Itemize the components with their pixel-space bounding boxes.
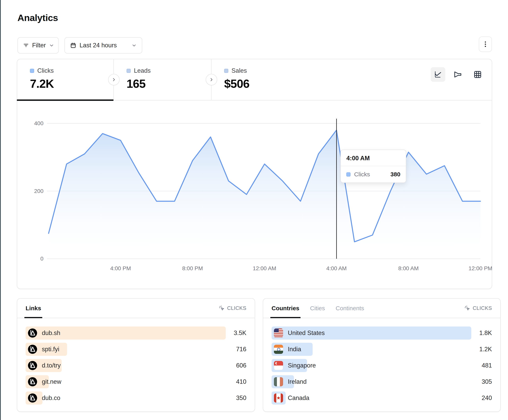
clicks-legend-swatch <box>346 172 351 176</box>
stat-label: Sales <box>232 67 247 74</box>
left-edge-divider <box>0 0 1 420</box>
chart-cursor-line <box>336 119 337 259</box>
x-tick-label: 4:00 PM <box>110 265 131 272</box>
chevron-down-icon <box>132 43 137 48</box>
link-row[interactable]: spti.fyi716 <box>26 343 246 356</box>
country-bar-track: Canada <box>272 391 471 405</box>
link-row[interactable]: dub.sh3.5K <box>26 326 246 340</box>
country-value: 1.2K <box>474 346 492 353</box>
link-label: spti.fyi <box>42 346 59 353</box>
page-title: Analytics <box>17 12 58 23</box>
link-label: d.to/try <box>42 362 61 369</box>
links-metric-label: CLICKS <box>227 305 246 311</box>
chevron-down-icon <box>49 43 54 48</box>
countries-metric-label: CLICKS <box>473 305 492 311</box>
tab-continents[interactable]: Continents <box>336 298 364 318</box>
countries-metric-selector[interactable]: CLICKS <box>464 305 492 311</box>
stats-tabs: Clicks7.2KLeads165Sales$506 <box>17 59 492 100</box>
y-tick-label: 200 <box>21 188 44 194</box>
chart-plot-area[interactable]: 0200400 4:00 PM8:00 PM12:00 AM4:00 AM8:0… <box>17 101 492 289</box>
flag-in-icon <box>274 345 283 354</box>
link-label: git.new <box>42 378 61 385</box>
country-bar-track: United States <box>272 326 471 340</box>
links-panel-header: Links CLICKS <box>17 298 255 318</box>
kebab-icon <box>482 41 488 48</box>
expand-sales-button[interactable] <box>206 74 217 85</box>
tab-links[interactable]: Links <box>26 298 41 318</box>
country-bar-track: India <box>272 343 471 356</box>
link-row[interactable]: git.new410 <box>26 375 246 388</box>
calendar-icon <box>70 42 76 49</box>
countries-panel: CountriesCitiesContinents CLICKS United … <box>263 298 501 412</box>
funnel-icon <box>454 70 462 79</box>
analytics-chart-card: Clicks7.2KLeads165Sales$506 <box>17 59 492 289</box>
line-chart-icon <box>434 70 442 79</box>
link-row[interactable]: d.to/try606 <box>26 359 246 372</box>
country-label: Ireland <box>288 378 307 385</box>
more-options-button[interactable] <box>479 36 492 52</box>
country-label: Canada <box>288 394 309 402</box>
country-label: United States <box>288 329 325 337</box>
dub-logo-icon <box>28 377 37 386</box>
flag-ie-icon <box>274 377 283 386</box>
link-value: 606 <box>229 362 246 369</box>
stats-header: Clicks7.2KLeads165Sales$506 <box>17 59 492 101</box>
stat-value: 7.2K <box>30 77 113 91</box>
link-bar-track: dub.co <box>26 391 226 405</box>
country-row[interactable]: Singapore481 <box>272 359 492 372</box>
x-tick-label: 8:00 PM <box>182 265 203 272</box>
expand-leads-button[interactable] <box>108 74 120 85</box>
tab-countries[interactable]: Countries <box>272 298 299 318</box>
stat-value: 165 <box>127 77 211 91</box>
stat-tab-clicks[interactable]: Clicks7.2K <box>17 59 114 100</box>
filter-button[interactable]: Filter <box>17 37 59 53</box>
leads-swatch <box>127 69 131 73</box>
x-tick-label: 4:00 AM <box>326 265 347 272</box>
tooltip-value: 380 <box>390 171 400 178</box>
analytics-page: Analytics Filter Last 24 hours Clicks7.2 <box>0 0 508 420</box>
flag-sg-icon <box>274 361 283 370</box>
countries-list: United States1.8KIndia1.2KSingapore481Ir… <box>263 318 500 405</box>
funnel-view-button[interactable] <box>450 67 465 82</box>
y-tick-label: 400 <box>21 120 44 127</box>
link-value: 350 <box>229 394 246 402</box>
link-value: 716 <box>229 346 246 353</box>
country-row[interactable]: India1.2K <box>272 343 492 356</box>
stat-label: Leads <box>134 67 150 74</box>
x-tick-label: 8:00 AM <box>398 265 419 272</box>
line-chart-view-button[interactable] <box>431 67 445 82</box>
country-row[interactable]: Canada240 <box>272 391 492 405</box>
stat-label: Clicks <box>37 67 54 74</box>
tab-cities[interactable]: Cities <box>310 298 325 318</box>
chevron-right-icon <box>112 77 116 82</box>
link-row[interactable]: dub.co350 <box>26 391 246 405</box>
link-bar-track: dub.sh <box>26 326 226 340</box>
table-view-button[interactable] <box>470 67 485 82</box>
link-bar-track: git.new <box>26 375 226 388</box>
sales-swatch <box>224 69 228 73</box>
tooltip-time: 4:00 AM <box>341 150 406 166</box>
link-value: 3.5K <box>229 329 246 337</box>
links-panel: Links CLICKS dub.sh3.5Kspti.fyi716d.to/t… <box>17 298 255 412</box>
flag-ca-icon <box>274 393 283 403</box>
dub-logo-icon <box>28 361 37 370</box>
country-row[interactable]: United States1.8K <box>272 326 492 340</box>
links-list: dub.sh3.5Kspti.fyi716d.to/try606git.new4… <box>17 318 255 405</box>
link-bar-track: d.to/try <box>26 359 226 372</box>
link-value: 410 <box>229 378 246 385</box>
y-tick-label: 0 <box>21 256 44 262</box>
clicks-swatch <box>30 69 34 73</box>
countries-panel-header: CountriesCitiesContinents CLICKS <box>263 298 500 318</box>
clicks-area-chart[interactable] <box>47 122 480 259</box>
links-metric-selector[interactable]: CLICKS <box>219 305 246 311</box>
date-range-button[interactable]: Last 24 hours <box>64 37 142 53</box>
tooltip-series-label: Clicks <box>354 171 370 178</box>
flag-us-icon <box>274 328 283 338</box>
country-value: 1.8K <box>474 329 492 337</box>
country-row[interactable]: Ireland305 <box>272 375 492 388</box>
link-label: dub.sh <box>42 329 60 337</box>
country-bar-track: Singapore <box>272 359 471 372</box>
stat-tab-leads[interactable]: Leads165 <box>114 59 211 100</box>
dub-logo-icon <box>28 328 37 338</box>
chart-view-switcher <box>431 67 485 82</box>
